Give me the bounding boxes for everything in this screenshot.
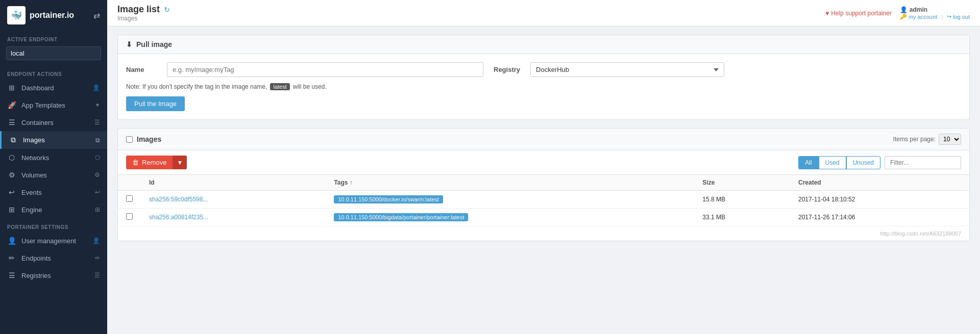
- registry-label: Registry: [494, 66, 520, 73]
- sidebar-item-networks[interactable]: ⬡ Networks ⬡: [0, 149, 107, 166]
- th-id[interactable]: Id: [141, 175, 326, 191]
- dashboard-icon: ⊞: [7, 84, 16, 92]
- registries-icon: ☰: [7, 271, 16, 279]
- pull-image-note: Note: If you don't specify the tag in th…: [126, 83, 961, 90]
- images-panel-header: Images Items per page: 10: [118, 129, 969, 150]
- endpoint-select[interactable]: local: [6, 46, 101, 60]
- engine-icon: ⊞: [7, 205, 16, 214]
- filter-used-button[interactable]: Used: [819, 156, 846, 169]
- row-tags: 10.0.11.150:5000/docker.io/swarm:latest: [326, 191, 694, 209]
- row-size: 15.8 MB: [694, 191, 790, 209]
- logo-inner: 🐳 portainer.io: [7, 6, 74, 24]
- portainer-settings-label: PORTAINER SETTINGS: [0, 218, 107, 232]
- logo-text: portainer.io: [30, 11, 74, 20]
- row-created: 2017-11-04 18:10:52: [790, 191, 969, 209]
- row-created: 2017-11-26 17:14:06: [790, 209, 969, 226]
- pull-image-panel-header: ⬇ Pull image: [118, 35, 969, 54]
- volumes-icon: ⚙: [7, 171, 16, 179]
- sidebar-item-engine[interactable]: ⊞ Engine ⊞: [0, 201, 107, 218]
- row-checkbox-0[interactable]: [126, 195, 133, 202]
- page-subtitle: Images: [117, 15, 170, 22]
- pull-image-form-row: Name Registry DockerHub: [126, 62, 961, 77]
- volumes-nav-icon: ⚙: [94, 171, 100, 178]
- images-table: Id Tags ↑ Size Created sha256:59c0df5598…: [118, 174, 969, 226]
- refresh-icon[interactable]: ↻: [164, 6, 170, 14]
- dashboard-nav-icon: 👤: [92, 84, 100, 91]
- watermark: http://blog.csdn.net/A632189007: [118, 226, 969, 241]
- endpoints-icon: ✏: [7, 254, 16, 262]
- header-links: 🔑 my account | ↪ log out: [900, 13, 970, 20]
- th-created: Created: [790, 175, 969, 191]
- admin-section: 👤 admin: [900, 6, 970, 13]
- top-header: Image list ↻ Images ♥ Help support porta…: [107, 0, 980, 27]
- sidebar-item-endpoints[interactable]: ✏ Endpoints ✏: [0, 249, 107, 267]
- admin-icon: 👤: [900, 6, 908, 13]
- pull-image-panel-body: Name Registry DockerHub Note: If you don…: [118, 54, 969, 119]
- containers-icon: ☰: [7, 118, 16, 126]
- latest-badge: latest: [270, 83, 289, 90]
- remove-button-group: 🗑 Remove ▼: [126, 156, 187, 169]
- main-content: Image list ↻ Images ♥ Help support porta…: [107, 0, 980, 334]
- images-panel-title: Images: [126, 135, 161, 143]
- sidebar-item-volumes[interactable]: ⚙ Volumes ⚙: [0, 166, 107, 184]
- table-header: Id Tags ↑ Size Created: [118, 175, 969, 191]
- endpoints-nav-icon: ✏: [95, 254, 100, 262]
- sidebar-item-containers[interactable]: ☰ Containers ☰: [0, 114, 107, 131]
- remove-dropdown-button[interactable]: ▼: [173, 156, 187, 169]
- sidebar-item-registries[interactable]: ☰ Registries ☰: [0, 267, 107, 284]
- pull-image-button[interactable]: Pull the Image: [126, 96, 185, 111]
- networks-icon: ⬡: [7, 153, 16, 162]
- app-templates-icon: 🚀: [7, 101, 16, 109]
- header-right: ♥ Help support portainer 👤 admin 🔑 my ac…: [825, 6, 970, 20]
- logout-icon: ↪: [947, 13, 951, 20]
- table-row: sha256:59c0df5598... 10.0.11.150:5000/do…: [118, 191, 969, 209]
- download-icon: ⬇: [126, 40, 132, 48]
- containers-nav-icon: ☰: [94, 119, 100, 126]
- header-left: Image list ↻ Images: [117, 4, 170, 22]
- logo-icon: 🐳: [7, 6, 26, 24]
- filter-unused-button[interactable]: Unused: [846, 156, 880, 169]
- filter-group: All Used Unused: [798, 156, 961, 169]
- th-tags[interactable]: Tags ↑: [326, 175, 694, 191]
- active-endpoint-label: ACTIVE ENDPOINT: [0, 31, 107, 44]
- row-checkbox-1[interactable]: [126, 213, 133, 220]
- filter-buttons: All Used Unused: [798, 156, 880, 169]
- table-row: sha256:a00814f235... 10.0.11.150:5000/bi…: [118, 209, 969, 226]
- items-per-page-select[interactable]: 10: [939, 134, 961, 145]
- images-icon: ⧉: [9, 136, 18, 144]
- row-checkbox-cell: [118, 209, 141, 226]
- th-checkbox: [118, 175, 141, 191]
- row-id: sha256:59c0df5598...: [141, 191, 326, 209]
- th-size: Size: [694, 175, 790, 191]
- trash-icon: 🗑: [132, 159, 139, 166]
- sidebar-item-images[interactable]: ⧉ Images ⧉: [0, 131, 107, 149]
- id-link-0[interactable]: sha256:59c0df5598...: [149, 196, 208, 203]
- select-all-checkbox[interactable]: [126, 136, 133, 143]
- id-link-1[interactable]: sha256:a00814f235...: [149, 214, 208, 221]
- engine-nav-icon: ⊞: [95, 206, 100, 213]
- tag-badge-1: 10.0.11.150:5000/bigdata/portainer/porta…: [334, 213, 468, 221]
- sidebar-item-user-management[interactable]: 👤 User management 👤: [0, 232, 107, 249]
- images-nav-icon: ⧉: [95, 137, 100, 144]
- tag-badge-0: 10.0.11.150:5000/docker.io/swarm:latest: [334, 195, 443, 203]
- key-icon: 🔑: [900, 13, 907, 20]
- user-management-icon: 👤: [7, 237, 16, 245]
- help-support-link[interactable]: ♥ Help support portainer: [825, 10, 892, 17]
- image-name-input[interactable]: [167, 62, 483, 77]
- filter-all-button[interactable]: All: [798, 156, 818, 169]
- sidebar-item-dashboard[interactable]: ⊞ Dashboard 👤: [0, 79, 107, 96]
- sidebar-item-app-templates[interactable]: 🚀 App Templates ✦: [0, 96, 107, 114]
- row-checkbox-cell: [118, 191, 141, 209]
- sidebar-toggle-icon[interactable]: ⇄: [93, 11, 100, 20]
- pull-image-panel: ⬇ Pull image Name Registry DockerHub Not…: [117, 35, 970, 120]
- sidebar-item-events[interactable]: ↩ Events ↩: [0, 184, 107, 201]
- events-nav-icon: ↩: [95, 189, 100, 196]
- items-per-page: Items per page: 10: [893, 134, 961, 145]
- registries-nav-icon: ☰: [94, 272, 100, 279]
- registry-select[interactable]: DockerHub: [530, 62, 724, 77]
- filter-input[interactable]: [885, 156, 961, 169]
- remove-button[interactable]: 🗑 Remove: [126, 156, 173, 169]
- my-account-link[interactable]: 🔑 my account: [900, 13, 937, 20]
- row-id: sha256:a00814f235...: [141, 209, 326, 226]
- log-out-link[interactable]: ↪ log out: [947, 13, 970, 20]
